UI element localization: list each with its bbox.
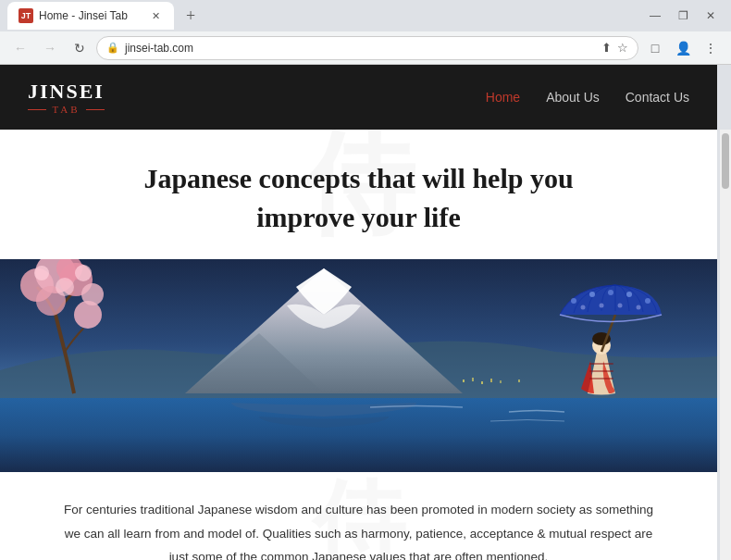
svg-point-23	[581, 305, 586, 310]
profile-button[interactable]: 👤	[670, 35, 696, 61]
logo-tab-row: TAB	[28, 104, 104, 115]
nav-about[interactable]: About Us	[546, 90, 600, 105]
tab-title: Home - Jinsei Tab	[39, 9, 128, 22]
svg-point-21	[626, 292, 632, 297]
svg-point-19	[589, 292, 595, 297]
tab-favicon: JT	[19, 8, 33, 23]
logo-line-left	[28, 109, 46, 110]
hero-image	[0, 259, 717, 472]
svg-point-22	[645, 298, 650, 304]
svg-point-26	[637, 305, 641, 310]
share-icon: ⬆	[601, 41, 612, 55]
svg-rect-32	[518, 380, 520, 382]
svg-point-24	[600, 304, 604, 308]
svg-point-20	[608, 290, 613, 295]
website-content: JINSEI TAB Home About Us Contact Us 侍	[0, 65, 717, 560]
address-text: jinsei-tab.com	[125, 42, 596, 55]
back-button[interactable]: ←	[7, 35, 33, 61]
site-navigation: JINSEI TAB Home About Us Contact Us	[0, 65, 717, 130]
hero-section: 侍 Japanese concepts that will help you i…	[0, 130, 717, 259]
forward-button[interactable]: →	[37, 35, 63, 61]
reload-button[interactable]: ↻	[67, 35, 93, 61]
new-tab-button[interactable]: +	[178, 3, 204, 29]
nav-links: Home About Us Contact Us	[486, 90, 689, 105]
logo-line-right	[86, 109, 105, 110]
bookmark-icon[interactable]: ☆	[617, 41, 628, 55]
svg-point-5	[74, 301, 102, 329]
address-bar[interactable]: 🔒 jinsei-tab.com ⬆ ☆	[96, 36, 638, 60]
svg-point-25	[618, 304, 623, 308]
tab-close-button[interactable]: ✕	[148, 8, 163, 23]
svg-rect-31	[500, 380, 502, 383]
svg-rect-27	[463, 380, 465, 382]
svg-point-11	[75, 265, 92, 281]
svg-point-10	[56, 278, 74, 296]
svg-rect-29	[481, 381, 483, 384]
svg-rect-28	[472, 378, 474, 381]
logo-tab: TAB	[52, 104, 80, 115]
svg-rect-14	[589, 378, 613, 380]
scrollbar[interactable]	[720, 130, 731, 560]
nav-home[interactable]: Home	[486, 90, 520, 105]
body-section: 侍 For centuries traditional Japanese wis…	[0, 472, 717, 560]
svg-rect-12	[589, 363, 613, 365]
restore-button[interactable]: ❐	[670, 3, 696, 29]
scrollbar-thumb[interactable]	[722, 133, 729, 189]
menu-button[interactable]: ⋮	[698, 35, 724, 61]
svg-rect-30	[490, 379, 492, 382]
logo-jinsei: JINSEI	[28, 80, 105, 104]
browser-tab[interactable]: JT Home - Jinsei Tab ✕	[7, 2, 174, 30]
extensions-button[interactable]: □	[642, 35, 668, 61]
close-button[interactable]: ✕	[698, 3, 724, 29]
lock-icon: 🔒	[106, 42, 119, 54]
svg-point-9	[34, 266, 49, 280]
minimize-button[interactable]: —	[642, 3, 668, 29]
svg-rect-13	[589, 370, 613, 372]
hero-title: Japanese concepts that will help you imp…	[19, 159, 699, 237]
svg-point-18	[571, 298, 576, 304]
body-text: For centuries traditional Japanese wisdo…	[56, 498, 662, 560]
nav-contact[interactable]: Contact Us	[626, 90, 689, 105]
site-logo: JINSEI TAB	[28, 80, 105, 115]
svg-point-8	[81, 283, 104, 305]
